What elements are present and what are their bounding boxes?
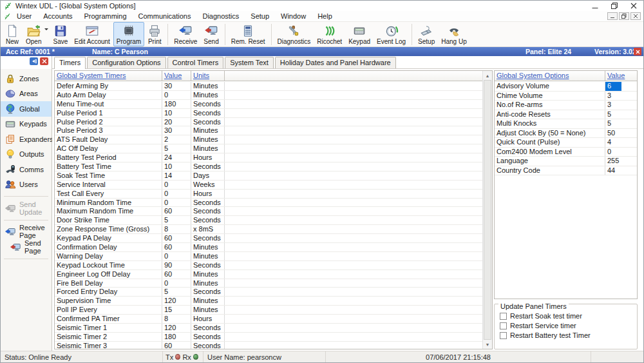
table-cell[interactable]: Engineer Log Off Delay — [55, 270, 162, 279]
restore-icon[interactable] — [605, 1, 624, 11]
hang-up-button[interactable]: Hang Up — [438, 22, 469, 46]
table-cell[interactable]: Maximum Random Time — [55, 207, 162, 215]
table-cell[interactable]: Minutes — [191, 252, 225, 260]
table-cell[interactable]: Minutes — [191, 126, 225, 135]
table-cell[interactable]: 60 — [162, 270, 191, 279]
sidebar-action-send-page[interactable]: Send Page — [1, 239, 52, 255]
checkbox-restart-soak[interactable]: Restart Soak test timer — [495, 311, 637, 321]
table-cell[interactable]: Minutes — [191, 82, 225, 90]
table-row[interactable]: Door Strike Time5Seconds — [55, 216, 482, 225]
table-cell[interactable]: Test Call Every — [55, 190, 162, 198]
mdi-close-icon[interactable] — [630, 12, 641, 20]
column-header[interactable]: Global System Options — [495, 71, 605, 81]
table-cell[interactable]: Seconds — [191, 100, 225, 108]
table-row[interactable]: Auto Arm Delay0Minutes — [55, 91, 482, 100]
table-cell[interactable]: 5 — [162, 288, 191, 296]
table-cell[interactable]: Soak Test Time — [55, 172, 162, 180]
table-cell[interactable]: Advisory Volume — [495, 82, 605, 91]
table-row[interactable]: Advisory Volume6 — [495, 82, 637, 92]
sidebar-item-comms[interactable]: Comms — [1, 162, 52, 177]
table-cell[interactable]: 2 — [162, 135, 191, 144]
table-cell[interactable]: Keypad PA Delay — [55, 234, 162, 242]
table-cell[interactable]: 60 — [162, 243, 191, 251]
table-cell[interactable]: Hours — [191, 153, 225, 162]
table-cell[interactable]: Warning Delay — [55, 252, 162, 260]
sidebar-item-global[interactable]: Global — [1, 101, 52, 117]
table-cell[interactable]: Seconds — [191, 342, 225, 349]
diagnostics-button[interactable]: Diagnostics — [274, 22, 314, 46]
table-cell[interactable]: 0 — [162, 279, 191, 288]
ricochet-button[interactable]: Ricochet — [314, 22, 345, 46]
table-cell[interactable]: Defer Arming By — [55, 82, 162, 90]
table-cell[interactable]: 14 — [162, 172, 191, 180]
table-cell[interactable]: Battery Test Time — [55, 162, 162, 171]
table-row[interactable]: Battery Test Time10Seconds — [55, 162, 482, 172]
table-cell[interactable]: 5 — [162, 216, 191, 224]
table-cell[interactable]: Menu Time-out — [55, 100, 162, 108]
table-row[interactable]: No.of Re-arms3 — [495, 101, 637, 110]
table-cell[interactable]: 255 — [605, 157, 621, 166]
table-row[interactable]: Keypad PA Delay60Seconds — [55, 234, 482, 243]
table-cell[interactable]: 44 — [605, 166, 621, 175]
table-row[interactable]: Confirmation Delay60Minutes — [55, 243, 482, 252]
table-row[interactable]: Chime Volume3 — [495, 92, 637, 101]
mdi-minimize-icon[interactable] — [607, 12, 618, 20]
table-cell[interactable]: Door Strike Time — [55, 216, 162, 224]
table-row[interactable]: Quick Count (Pulse)4 — [495, 138, 637, 148]
table-cell[interactable]: 120 — [162, 324, 191, 332]
table-row[interactable]: Pulse Period 110Seconds — [55, 109, 482, 118]
table-cell[interactable]: Seconds — [191, 162, 225, 171]
tab-control-timers[interactable]: Control Timers — [167, 57, 224, 68]
menu-diagnostics[interactable]: Diagnostics — [196, 12, 245, 20]
table-cell[interactable]: Multi Knocks — [495, 119, 605, 128]
event-log-button[interactable]: Event Log — [374, 22, 409, 46]
table-cell[interactable]: 0 — [162, 199, 191, 207]
scroll-up-icon[interactable]: ▲ — [483, 71, 492, 80]
table-cell[interactable]: 120 — [162, 297, 191, 305]
table-cell[interactable]: AC Off Delay — [55, 144, 162, 153]
table-cell[interactable]: 180 — [162, 100, 191, 108]
table-row[interactable]: Pulse Period 220Seconds — [55, 118, 482, 127]
receive-button[interactable]: Receive — [171, 22, 200, 46]
table-row[interactable]: Anti-code Resets5 — [495, 110, 637, 120]
column-header[interactable]: Units — [191, 71, 225, 81]
tab-configuration-options[interactable]: Configuration Options — [87, 57, 166, 68]
table-row[interactable]: Test Call Every0Hours — [55, 190, 482, 199]
close-icon[interactable] — [624, 1, 643, 11]
table-cell[interactable]: 8 — [162, 225, 191, 233]
new-button[interactable]: New — [2, 22, 23, 46]
table-row[interactable]: Fire Bell Delay0Minutes — [55, 279, 482, 288]
menu-accounts[interactable]: Accounts — [37, 12, 78, 20]
menu-setup[interactable]: Setup — [245, 12, 275, 20]
menu-user[interactable]: User — [11, 12, 37, 20]
send-button[interactable]: Send — [200, 22, 222, 46]
table-cell[interactable]: Poll IP Every — [55, 306, 162, 314]
table-cell[interactable]: Minutes — [191, 243, 225, 251]
table-cell[interactable]: 30 — [162, 126, 191, 135]
column-header[interactable]: Global System Timers — [55, 71, 162, 81]
column-header[interactable]: Value — [162, 71, 191, 81]
table-cell[interactable]: Seconds — [191, 109, 225, 117]
sidebar-close-icon[interactable] — [40, 57, 48, 65]
sidebar-item-users[interactable]: Users — [1, 177, 52, 193]
table-row[interactable]: Seismic Timer 360Seconds — [55, 342, 482, 349]
table-cell[interactable]: Language — [495, 157, 605, 166]
table-cell[interactable]: 50 — [605, 129, 621, 138]
menu-help[interactable]: Help — [312, 12, 338, 20]
table-row[interactable]: Minimum Random Time0Seconds — [55, 199, 482, 208]
column-header[interactable]: Value — [605, 71, 637, 81]
minimize-icon[interactable] — [585, 1, 605, 11]
menu-communications[interactable]: Communications — [133, 12, 197, 20]
sidebar-item-expanders[interactable]: Expanders — [1, 132, 52, 147]
table-row[interactable]: Soak Test Time14Days — [55, 172, 482, 181]
table-cell[interactable]: Seconds — [191, 333, 225, 341]
table-cell[interactable]: Pulse Period 2 — [55, 118, 162, 126]
table-row[interactable]: Menu Time-out180Seconds — [55, 100, 482, 109]
table-cell[interactable]: Hours — [191, 315, 225, 323]
menu-programming[interactable]: Programming — [78, 12, 132, 20]
open-button[interactable]: Open — [23, 22, 44, 46]
table-cell[interactable]: 3 — [605, 101, 621, 110]
table-cell[interactable]: Seismic Timer 3 — [55, 342, 162, 349]
scroll-down-icon[interactable]: ▼ — [483, 340, 492, 349]
table-cell[interactable]: 60 — [162, 234, 191, 242]
